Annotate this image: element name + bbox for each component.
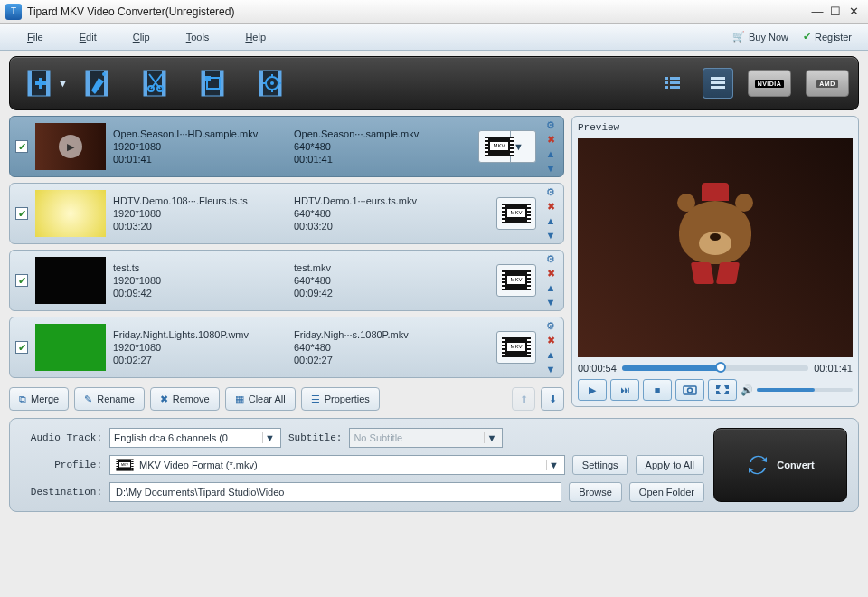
amd-badge[interactable]: AMD [806,70,849,97]
output-duration: 00:01:41 [294,154,466,165]
format-button[interactable]: MKV [496,197,536,230]
film-icon: MKV [488,137,510,156]
move-down-button[interactable]: ⬇ [541,387,564,411]
subtitle-select[interactable]: No Subtitle▼ [349,428,503,448]
item-move-up-icon[interactable]: ▲ [543,214,558,227]
output-resolution: 640*480 [294,141,466,152]
rename-button[interactable]: ✎Rename [74,387,145,411]
source-resolution: 1920*1080 [113,275,285,286]
item-settings-icon[interactable]: ⚙ [543,118,558,131]
step-button[interactable]: ⏭ [610,379,639,401]
output-duration: 00:03:20 [294,221,466,232]
source-filename: HDTV.Demo.108···.Fleurs.ts.ts [113,195,285,206]
item-thumbnail[interactable] [35,190,106,237]
item-checkbox[interactable]: ✔ [15,341,28,354]
clear-all-button[interactable]: ▦Clear All [225,387,296,411]
properties-button[interactable]: ☰Properties [301,387,380,411]
item-remove-icon[interactable]: ✖ [543,334,558,346]
merge-button[interactable]: ⧉Merge [9,387,69,411]
output-resolution: 640*480 [294,342,466,353]
svg-rect-34 [711,86,725,89]
item-settings-icon[interactable]: ⚙ [543,319,558,332]
play-button[interactable]: ▶ [578,379,607,401]
item-move-down-icon[interactable]: ▼ [543,229,558,242]
list-item[interactable]: ✔ Friday.Night.Lights.1080P.wmv 1920*108… [9,317,564,378]
audio-track-select[interactable]: English dca 6 channels (0▼ [109,428,281,448]
item-move-down-icon[interactable]: ▼ [543,363,558,375]
menu-help[interactable]: Help [227,28,284,46]
item-remove-icon[interactable]: ✖ [543,133,558,146]
buy-now-button[interactable]: 🛒 Buy Now [725,29,796,44]
menu-tools[interactable]: Tools [168,28,228,46]
svg-rect-16 [205,76,211,81]
item-move-up-icon[interactable]: ▲ [543,147,558,160]
preview-screen[interactable] [578,138,853,357]
svg-point-21 [270,81,274,85]
item-thumbnail[interactable] [35,257,106,304]
volume-slider[interactable] [757,388,853,392]
preferences-button[interactable] [250,63,294,103]
format-button[interactable]: MKV ▼ [478,130,536,163]
move-up-button[interactable]: ⬆ [512,387,535,411]
snapshot-button[interactable] [675,379,704,401]
play-overlay-icon: ▶ [59,135,82,158]
view-detail-button[interactable] [703,68,733,99]
output-resolution: 640*480 [294,208,466,219]
item-settings-icon[interactable]: ⚙ [543,185,558,198]
add-file-button[interactable]: ▼ [19,63,62,103]
pencil-icon: ✎ [84,393,92,405]
nvidia-badge[interactable]: NVIDIA [748,70,791,97]
time-current: 00:00:54 [578,363,617,374]
svg-rect-1 [28,71,32,96]
window-title: Tipard MKV Video Converter(Unregistered) [27,5,808,18]
register-button[interactable]: ✔ Register [796,29,859,44]
item-checkbox[interactable]: ✔ [15,140,28,153]
fullscreen-button[interactable] [708,379,737,401]
effect-button[interactable] [77,63,120,103]
list-item[interactable]: ✔ ▶ Open.Season.I···HD.sample.mkv 1920*1… [9,116,564,177]
item-remove-icon[interactable]: ✖ [543,267,558,280]
maximize-button[interactable]: ☐ [826,5,844,19]
item-checkbox[interactable]: ✔ [15,207,28,220]
seek-slider[interactable] [622,365,808,371]
menu-clip[interactable]: Clip [115,28,168,46]
settings-button[interactable]: Settings [572,455,628,475]
item-move-up-icon[interactable]: ▲ [543,281,558,294]
item-thumbnail[interactable] [35,324,106,371]
preview-panel: Preview 00:00:54 00:01:41 ▶ ⏭ ■ 🔊 [571,116,859,407]
menu-edit[interactable]: Edit [61,28,115,46]
convert-button[interactable]: Convert [713,428,847,502]
list-item[interactable]: ✔ HDTV.Demo.108···.Fleurs.ts.ts 1920*108… [9,183,564,244]
list-item[interactable]: ✔ test.ts 1920*1080 00:09:42 test.mkv 64… [9,250,564,311]
close-button[interactable]: ✕ [844,5,863,19]
remove-button[interactable]: ✖Remove [150,387,220,411]
format-button[interactable]: MKV [496,331,536,364]
item-checkbox[interactable]: ✔ [15,274,28,287]
menu-file[interactable]: File [9,28,61,46]
check-icon: ✔ [803,31,811,43]
time-total: 00:01:41 [814,363,853,374]
item-move-up-icon[interactable]: ▲ [543,348,558,361]
apply-all-button[interactable]: Apply to All [636,455,704,475]
profile-label: Profile: [21,460,102,470]
item-move-down-icon[interactable]: ▼ [543,296,558,308]
item-settings-icon[interactable]: ⚙ [543,252,558,265]
crop-button[interactable] [193,63,236,103]
format-button[interactable]: MKV [496,264,536,297]
trim-button[interactable] [135,63,178,103]
list-action-bar: ⧉Merge ✎Rename ✖Remove ▦Clear All ☰Prope… [9,387,564,411]
browse-button[interactable]: Browse [569,482,622,502]
register-label: Register [815,32,852,43]
destination-input[interactable]: D:\My Documents\Tipard Studio\Video [109,482,561,502]
minimize-button[interactable]: — [808,5,826,19]
profile-select[interactable]: MKV MKV Video Format (*.mkv)▼ [109,455,565,475]
volume-icon[interactable]: 🔊 [741,384,753,396]
stop-button[interactable]: ■ [643,379,672,401]
view-list-button[interactable] [657,68,688,99]
open-folder-button[interactable]: Open Folder [629,482,704,502]
item-move-down-icon[interactable]: ▼ [543,162,558,175]
item-thumbnail[interactable]: ▶ [35,123,106,170]
item-remove-icon[interactable]: ✖ [543,200,558,213]
svg-point-36 [688,388,693,393]
source-filename: Friday.Night.Lights.1080P.wmv [113,329,285,340]
